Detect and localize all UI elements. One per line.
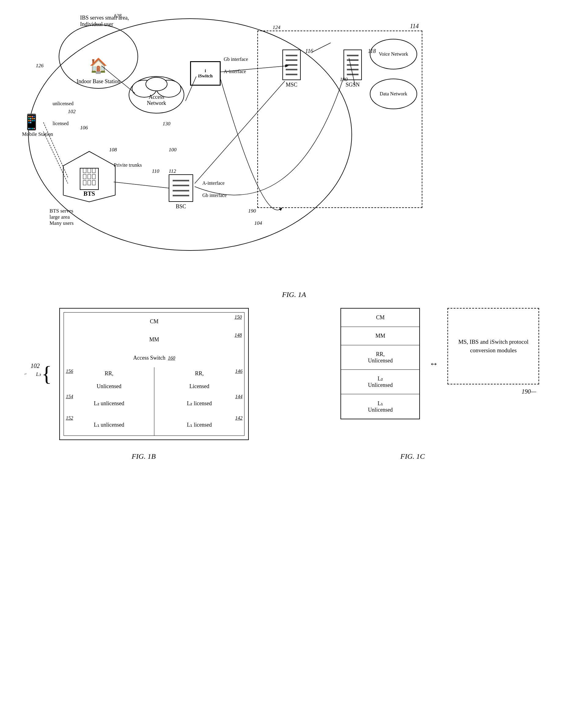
mobile-station: 📱 Mobile Station (22, 113, 53, 138)
data-network: Data Network (370, 79, 417, 109)
ref-112: 112 (169, 168, 176, 174)
ibs-icon: 🏠 (86, 54, 111, 78)
ref-114: 114 (410, 23, 419, 30)
svg-rect-13 (92, 174, 96, 179)
fig1c-rr: RR, Unlicensed (341, 345, 419, 370)
ref-106: 106 (80, 125, 88, 131)
fig1c-cm: CM (341, 308, 419, 327)
access-switch-row: Access Switch 160 (64, 349, 245, 367)
bts-area: BTS (59, 150, 120, 205)
fig1b-box: CM 150 MM 148 Access Switch 160 156 RR, … (59, 308, 249, 440)
unlicensed-label: unlicensed (52, 101, 74, 106)
a-interface-top: A-interface (224, 69, 246, 74)
svg-text:Access: Access (149, 94, 164, 100)
bsc-element: BSC (169, 174, 193, 210)
fig1c-arrow: ↔ (429, 358, 438, 369)
ibs-label: Indoor Base Station (77, 78, 121, 85)
core-network-box: 114 MSC 116 (257, 31, 422, 208)
fig-bottom-labels: FIG. 1B FIG. 1C (18, 449, 570, 470)
fig1c-label: FIG. 1C (352, 452, 474, 461)
access-network-cloud: Access Network (126, 72, 187, 119)
a-interface-bot: A-interface (202, 180, 225, 186)
ref-100: 100 (169, 147, 177, 153)
svg-rect-11 (83, 174, 86, 179)
fig1c-box: CM MM RR, Unlicensed L₂ Unlicensed L₁ Un… (340, 308, 420, 419)
fig1c-dashed-wrapper: MS, IBS and iSwitch protocol conversion … (447, 308, 539, 384)
l1-row: 152 L₁ unlicensed 142 L₁ licensed (64, 414, 245, 436)
l2-unlicensed-cell: 154 L₂ unlicensed (64, 393, 154, 414)
ref-108: 108 (109, 147, 117, 153)
ref-102-label: 102 ⌐ (24, 372, 27, 377)
ref-102: 102 (68, 108, 76, 115)
svg-rect-15 (88, 180, 91, 185)
mm-row: MM 148 (64, 331, 245, 349)
licensed-label: licensed (52, 121, 68, 126)
private-trunks: Privite trunks (114, 162, 142, 168)
fig-bottom-row: 102 ⌐ L₃ { CM 150 MM 148 Access Switch 1… (18, 308, 570, 440)
ref-190-bot: 190 (248, 208, 256, 214)
svg-point-3 (146, 77, 167, 91)
rr-row: 156 RR, Unlicensed 146 RR, Licensed (64, 367, 245, 393)
svg-rect-12 (88, 174, 91, 179)
ref-126: 126 (36, 63, 44, 69)
spacer2 (257, 449, 287, 470)
fig1b-wrapper: 102 ⌐ L₃ { CM 150 MM 148 Access Switch 1… (24, 308, 249, 440)
l2-row: 154 L₂ unlicensed 144 L₂ licensed (64, 393, 245, 414)
l2-licensed-cell: 144 L₂ licensed (154, 393, 245, 414)
ref-128: 128 (114, 13, 122, 19)
fig1c-l1: L₁ Unlicensed (341, 394, 419, 419)
ref-116: 116 (305, 48, 313, 55)
gb-interface-bot: Gb interface (202, 193, 227, 198)
svg-rect-9 (88, 168, 91, 173)
fig1c-mm: MM (341, 327, 419, 345)
fig1c-wrapper: CM MM RR, Unlicensed L₂ Unlicensed L₁ Un… (340, 308, 539, 419)
voice-network: Voice Network (370, 39, 417, 69)
svg-text:BTS: BTS (83, 190, 95, 197)
svg-rect-14 (83, 180, 86, 185)
svg-text:Network: Network (147, 100, 166, 106)
ref-190-1c: 190— (522, 388, 537, 395)
ref-130: 130 (163, 121, 170, 127)
ref-190-top: 190 (340, 77, 348, 83)
msc-element: MSC (282, 49, 301, 88)
gb-interface-top: Gb interface (224, 57, 248, 62)
fig1c-dashed-box: MS, IBS and iSwitch protocol conversion … (447, 308, 539, 384)
svg-rect-16 (92, 180, 96, 185)
fig1a-label: FIG. 1A (18, 291, 570, 299)
l1-licensed-cell: 142 L₁ licensed (154, 414, 245, 436)
fig1b-label: FIG. 1B (49, 452, 238, 461)
fig1c-l2: L₂ Unlicensed (341, 370, 419, 394)
iswitch-box: i iSwitch (190, 61, 220, 86)
rr-unlicensed-cell: 156 RR, Unlicensed (64, 367, 154, 393)
ref-124: 124 (273, 24, 280, 31)
rr-licensed-cell: 146 RR, Licensed (154, 367, 245, 393)
cm-row: CM 150 (64, 312, 245, 331)
ref-110: 110 (152, 168, 159, 174)
svg-rect-8 (83, 168, 86, 173)
svg-rect-10 (92, 168, 96, 173)
l1-unlicensed-cell: 152 L₁ unlicensed (64, 414, 154, 436)
ref-104: 104 (254, 220, 262, 226)
fig1a-diagram: 🏠 Indoor Base Station IBS serves small a… (19, 12, 569, 287)
bts-serves: BTS serves large area Many users (49, 208, 74, 226)
